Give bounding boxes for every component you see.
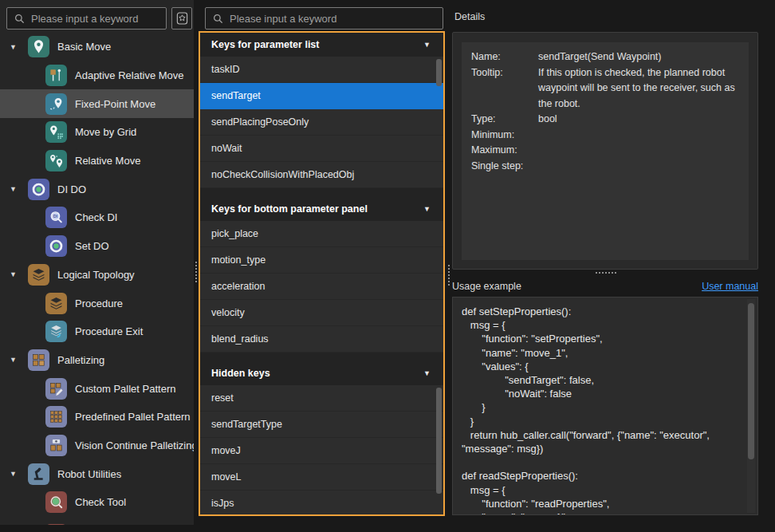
usage-code-box: def setStepProperties(): msg = { "functi… (452, 297, 758, 515)
procedure-icon (45, 293, 67, 314)
expand-arrow-icon[interactable]: ▼ (10, 357, 17, 364)
sidebar-item-procedure[interactable]: Procedure (0, 289, 194, 317)
adaptive-move-icon (45, 65, 67, 86)
key-list: pick_placemotion_typeaccelerationvelocit… (200, 221, 443, 353)
star-badge-icon (175, 11, 189, 26)
tree-item-label: Adaptive Relative Move (75, 69, 184, 81)
search-icon (14, 13, 26, 25)
keys-search-input[interactable] (230, 13, 443, 25)
sidebar-item-check-di[interactable]: DICheck DI (0, 203, 194, 232)
sidebar-item-set-do[interactable]: Set DO (0, 232, 194, 261)
list-scrollbar-thumb[interactable] (436, 59, 442, 86)
sidebar-search-box[interactable] (6, 7, 167, 30)
sidebar-item-robot-utilities[interactable]: ▼Robot Utilities (0, 459, 194, 488)
user-manual-link[interactable]: User manual (702, 281, 758, 292)
key-item-noCheckCollisionWithPlacedObj[interactable]: noCheckCollisionWithPlacedObj (200, 162, 443, 188)
fixed-point-move-icon (45, 93, 67, 115)
details-content: Name:sendTarget(Send Waypoint)Tooltip:If… (462, 42, 749, 260)
key-item-sendTargetType[interactable]: sendTargetType (200, 412, 443, 438)
location-pin-icon (28, 36, 49, 57)
detail-field-label: Name: (471, 49, 538, 65)
tree-item-label: Set DO (75, 240, 109, 252)
key-section-2: Hidden keys▼resetsendTargetTypemoveJmove… (200, 361, 443, 516)
tree-item-label: Check DI (75, 211, 117, 223)
expand-arrow-icon[interactable]: ▼ (10, 186, 17, 193)
list-scrollbar-thumb[interactable] (436, 388, 442, 494)
key-item-moveJ[interactable]: moveJ (200, 438, 443, 464)
layers-icon (28, 264, 49, 286)
detail-field-label: Minimum: (471, 128, 538, 144)
usage-example-title: Usage example (452, 281, 521, 292)
expand-arrow-icon[interactable]: ▼ (10, 271, 17, 278)
details-fields: Name:sendTarget(Send Waypoint)Tooltip:If… (462, 42, 749, 174)
detail-field-label: Maximum: (471, 143, 538, 159)
expand-arrow-icon[interactable]: ▼ (10, 43, 17, 50)
sidebar-item-basic-move[interactable]: ▼Basic Move (0, 33, 194, 61)
section-header[interactable]: Hidden keys▼ (200, 361, 443, 385)
code-scrollbar-thumb[interactable] (748, 303, 754, 459)
tree-item-label: DI DO (57, 183, 86, 195)
set-do-icon (45, 235, 67, 257)
procedure-exit-icon (45, 321, 67, 342)
sidebar-item-adaptive-relative-move[interactable]: Adaptive Relative Move (0, 61, 194, 90)
vision-pallet-icon (45, 435, 67, 456)
sidebar-item-custom-pallet-pattern[interactable]: Custom Pallet Pattern (0, 374, 194, 403)
sidebar-item-logical-topology[interactable]: ▼Logical Topology (0, 261, 194, 290)
sidebar-tree: ▼Basic MoveAdaptive Relative MoveFixed-P… (0, 33, 194, 525)
key-item-blend_radius[interactable]: blend_radius (200, 326, 443, 353)
tree-item-label: Palletizing (57, 354, 104, 366)
expand-arrow-icon[interactable]: ▼ (10, 471, 17, 478)
favorites-button[interactable] (171, 7, 192, 30)
key-item-acceleration[interactable]: acceleration (200, 274, 443, 300)
tree-item-label: Procedure (75, 298, 123, 309)
key-item-sendTarget[interactable]: sendTarget (200, 83, 443, 109)
sidebar-item-check-tool[interactable]: Check Tool (0, 488, 194, 517)
key-item-motion_type[interactable]: motion_type (200, 247, 443, 274)
section-title: Keys for parameter list (211, 39, 319, 50)
tree-item-label: Robot Utilities (57, 468, 121, 480)
detail-field-value: sendTarget(Send Waypoint) (538, 49, 739, 65)
usage-code: def setStepProperties(): msg = { "functi… (453, 298, 757, 515)
key-item-reset[interactable]: reset (200, 385, 443, 412)
move-by-grid-icon (45, 121, 67, 143)
tree-item-label: Vision Continue Palletizing (75, 439, 194, 451)
key-item-sendPlacingPoseOnly[interactable]: sendPlacingPoseOnly (200, 109, 443, 136)
key-item-pick_place[interactable]: pick_place (200, 221, 443, 247)
key-item-noWait[interactable]: noWait (200, 136, 443, 162)
detail-field-value: bool (538, 112, 739, 128)
section-header[interactable]: Keys for parameter list▼ (200, 33, 443, 57)
usage-header: Usage example User manual (452, 281, 758, 292)
sidebar-item-vision-continue-palletizing[interactable]: Vision Continue Palletizing (0, 432, 194, 460)
sidebar-item-predefined-pallet-pattern[interactable]: Predefined Pallet Pattern (0, 403, 194, 432)
keys-panel-splitter[interactable] (447, 265, 451, 286)
predefined-pallet-icon (45, 406, 67, 428)
detail-field-value: If this option is checked, the planned r… (538, 65, 739, 112)
key-item-velocity[interactable]: velocity (200, 300, 443, 326)
sidebar-item-palletizing[interactable]: ▼Palletizing (0, 346, 194, 375)
sidebar-item-move-by-grid[interactable]: Move by Grid (0, 118, 194, 147)
section-title: Keys for bottom parameter panel (211, 203, 368, 215)
details-box: Name:sendTarget(Send Waypoint)Tooltip:If… (452, 32, 758, 270)
detail-field-value (538, 159, 739, 175)
key-item-isJps[interactable]: isJps (200, 491, 443, 516)
keys-search-box[interactable] (205, 7, 443, 30)
detail-field-value (538, 128, 739, 144)
section-header[interactable]: Keys for bottom parameter panel▼ (200, 197, 443, 221)
sidebar-item-fixed-point-move[interactable]: Fixed-Point Move (0, 89, 194, 118)
sidebar-item-procedure-exit[interactable]: Procedure Exit (0, 317, 194, 346)
key-item-moveL[interactable]: moveL (200, 464, 443, 491)
check-di-icon: DI (45, 207, 67, 228)
collapse-arrow-icon[interactable]: ▼ (423, 206, 431, 213)
code-scrollbar[interactable] (747, 299, 755, 513)
sidebar-item-relative-move[interactable]: Relative Move (0, 147, 194, 175)
robot-arm-icon (28, 463, 49, 485)
app-window: ▼Basic MoveAdaptive Relative MoveFixed-P… (0, 0, 775, 532)
details-usage-splitter[interactable] (596, 272, 616, 274)
key-item-taskID[interactable]: taskID (200, 57, 443, 83)
detail-field-label: Single step: (471, 159, 538, 175)
sidebar-search-input[interactable] (31, 13, 166, 25)
collapse-arrow-icon[interactable]: ▼ (423, 41, 431, 49)
collapse-arrow-icon[interactable]: ▼ (423, 370, 431, 377)
sidebar-item-partial-item[interactable] (0, 517, 194, 525)
sidebar-item-di-do[interactable]: ▼DI DO (0, 175, 194, 203)
